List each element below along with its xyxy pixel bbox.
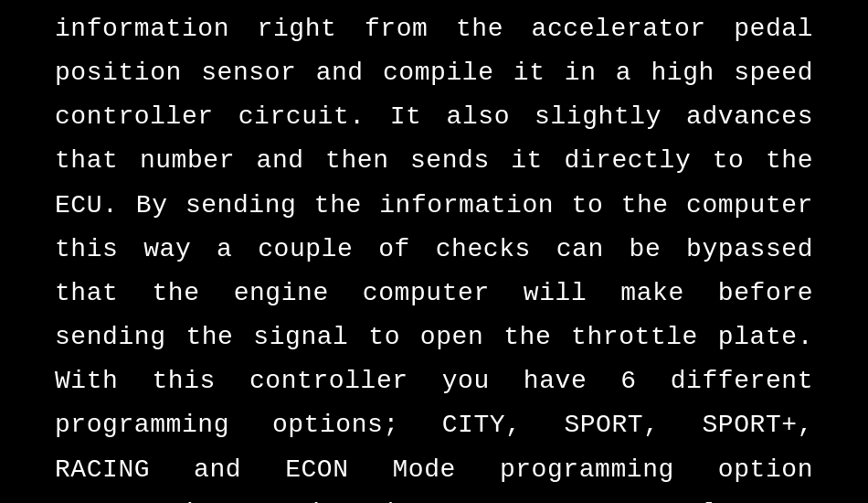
main-paragraph: information right from the accelerator p… — [55, 7, 813, 503]
page-container: information right from the accelerator p… — [0, 0, 868, 503]
